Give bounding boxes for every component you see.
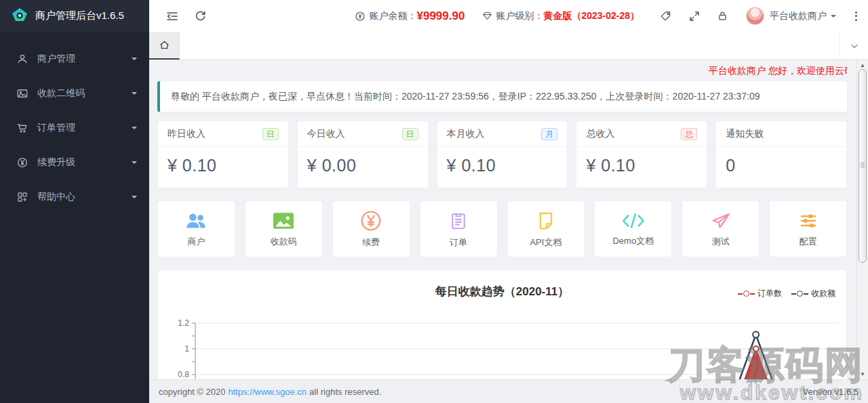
user-menu-caret-icon[interactable] xyxy=(831,15,836,20)
legend-marker-icon xyxy=(743,291,749,297)
shortcut-label: 订单 xyxy=(450,236,467,249)
sidebar-item-label: 帮助中心 xyxy=(37,191,132,203)
tab-bar xyxy=(149,32,868,60)
y-axis-tick-label: 1 xyxy=(167,344,189,354)
chart-legend: 订单数 收款额 xyxy=(738,288,835,299)
sidebar-menu: 商户管理 收款二维码 订单管理 续费升级 帮助中心 xyxy=(0,32,149,214)
page-footer: copyright © 2020 https://www.sgoe.cn all… xyxy=(149,379,868,403)
stat-title: 通知失败 xyxy=(726,128,764,140)
shortcut-qrcode[interactable]: 收款码 xyxy=(245,200,323,257)
sliders-icon xyxy=(797,211,819,231)
cart-icon xyxy=(16,122,28,134)
shortcut-renew[interactable]: 续费 xyxy=(332,200,410,257)
legend-item-amount[interactable]: 收款额 xyxy=(791,288,835,299)
sidebar-item-label: 续费升级 xyxy=(37,156,132,169)
stat-card-month-income: 本月收入 月 ¥ 0.10 xyxy=(437,121,568,188)
paper-plane-icon xyxy=(710,211,732,231)
shortcut-label: API文档 xyxy=(530,236,561,249)
footer-link[interactable]: https://www.sgoe.cn xyxy=(228,387,307,397)
yen-circle-icon xyxy=(355,11,366,22)
username[interactable]: 平台收款商户 xyxy=(770,10,827,22)
legend-label: 收款额 xyxy=(811,288,835,299)
sidebar-item-label: 订单管理 xyxy=(37,122,132,134)
qrcode-image-icon xyxy=(272,211,295,231)
shortcut-merchants[interactable]: 商户 xyxy=(157,200,235,257)
stat-card-today-income: 今日收入 日 ¥ 0.00 xyxy=(297,121,429,188)
stat-value: ¥ 0.10 xyxy=(576,147,707,184)
scrollbar-grip xyxy=(861,163,865,169)
legend-item-orders[interactable]: 订单数 xyxy=(738,288,782,299)
collapse-sidebar-icon[interactable] xyxy=(165,9,179,23)
copyright-suffix: all rights reserved. xyxy=(309,387,381,397)
sidebar: 商户管理后台v1.6.5 商户管理 收款二维码 订单管理 续费升级 xyxy=(0,0,149,403)
shortcut-label: 测试 xyxy=(712,236,730,248)
scrollbar-down-arrow[interactable]: ▼ xyxy=(857,368,868,379)
user-avatar[interactable] xyxy=(746,7,764,25)
stat-card-yesterday-income: 昨日收入 日 ¥ 0.10 xyxy=(157,121,289,188)
shortcut-demo-doc[interactable]: Demo文档 xyxy=(594,200,672,257)
stat-value: ¥ 0.10 xyxy=(437,147,568,184)
sidebar-item-label: 商户管理 xyxy=(37,53,132,65)
tag-icon[interactable] xyxy=(660,10,672,22)
status-badge: 月 xyxy=(541,128,557,140)
more-options-icon[interactable] xyxy=(852,9,860,24)
sidebar-item-qrcode[interactable]: 收款二维码 xyxy=(0,76,149,110)
sidebar-item-help[interactable]: 帮助中心 xyxy=(0,179,149,214)
vertical-scrollbar[interactable]: ▲ ▼ xyxy=(856,60,868,379)
tab-home[interactable] xyxy=(149,32,180,60)
status-badge: 日 xyxy=(402,128,418,140)
level-value: 黄金版（2023-02-28） xyxy=(543,10,639,22)
notice-marquee-row: 平台收款商户 您好，欢迎使用云码 xyxy=(157,60,847,81)
welcome-text: 尊敬的 平台收款商户，夜已深，早点休息！当前时间：2020-11-27 23:5… xyxy=(171,91,760,103)
yen-circle-icon xyxy=(16,156,28,169)
status-badge: 总 xyxy=(681,128,697,140)
shortcut-test[interactable]: 测试 xyxy=(682,200,760,257)
shortcut-row: 商户 收款码 续费 订单 API文档 Demo文档 xyxy=(157,200,847,257)
legend-label: 订单数 xyxy=(757,288,782,299)
merchant-admin-page: 商户管理后台v1.6.5 商户管理 收款二维码 订单管理 续费升级 xyxy=(0,0,868,403)
daily-trend-chart-card: 每日收款趋势（2020-11） 订单数 收款额 1.210.8 xyxy=(157,270,847,379)
home-icon xyxy=(159,39,170,51)
shortcut-label: 续费 xyxy=(362,236,380,249)
sidebar-item-renew[interactable]: 续费升级 xyxy=(0,145,149,179)
tab-list-expander[interactable] xyxy=(840,32,868,60)
stat-title: 今日收入 xyxy=(307,128,345,140)
trend-chart-svg[interactable] xyxy=(192,312,838,379)
scrollbar-thumb[interactable] xyxy=(859,69,867,263)
shortcut-config[interactable]: 配置 xyxy=(769,200,847,257)
renew-yen-icon xyxy=(360,210,382,232)
shortcut-label: 配置 xyxy=(800,236,817,248)
stat-title: 昨日收入 xyxy=(167,128,205,140)
stat-value: ¥ 0.10 xyxy=(158,147,288,184)
sidebar-item-orders[interactable]: 订单管理 xyxy=(0,110,149,145)
status-badge: 日 xyxy=(262,128,279,140)
welcome-card: 尊敬的 平台收款商户，夜已深，早点休息！当前时间：2020-11-27 23:5… xyxy=(157,81,847,112)
sidebar-item-merchant-manage[interactable]: 商户管理 xyxy=(0,41,149,76)
main-content: 平台收款商户 您好，欢迎使用云码 尊敬的 平台收款商户，夜已深，早点休息！当前时… xyxy=(149,60,856,379)
notice-marquee-text: 平台收款商户 您好，欢迎使用云码 xyxy=(709,60,847,81)
fullscreen-icon[interactable] xyxy=(688,10,701,22)
refresh-icon[interactable] xyxy=(194,9,207,22)
y-axis-tick-label: 1.2 xyxy=(167,318,189,328)
level-gem-icon xyxy=(482,11,492,21)
app-logo-icon xyxy=(11,7,28,25)
y-axis-tick-label: 0.8 xyxy=(167,370,189,379)
lock-icon[interactable] xyxy=(717,10,728,22)
balance-value: ¥9999.90 xyxy=(416,9,465,23)
legend-marker-icon xyxy=(797,291,803,297)
stat-value: ¥ 0.00 xyxy=(298,147,428,184)
copyright-prefix: copyright © 2020 xyxy=(159,387,225,397)
chevron-down-icon xyxy=(132,196,137,201)
shortcut-orders[interactable]: 订单 xyxy=(420,200,498,257)
chart-plot-area: 1.210.8 xyxy=(167,312,837,379)
level-label: 账户级别： xyxy=(496,10,543,22)
shortcut-label: 商户 xyxy=(187,236,205,248)
merchants-icon xyxy=(184,211,208,231)
image-icon xyxy=(16,87,28,100)
account-level-group: 账户级别： 黄金版（2023-02-28） xyxy=(482,10,639,22)
stat-card-notify-failed: 通知失败 0 xyxy=(715,121,847,188)
stat-title: 总收入 xyxy=(586,128,614,140)
account-balance-group: 账户余额： ¥9999.90 xyxy=(355,9,465,23)
shortcut-api-doc[interactable]: API文档 xyxy=(507,200,585,257)
top-header: 账户余额： ¥9999.90 账户级别： 黄金版（2023-02-28） 平台收… xyxy=(149,0,868,32)
